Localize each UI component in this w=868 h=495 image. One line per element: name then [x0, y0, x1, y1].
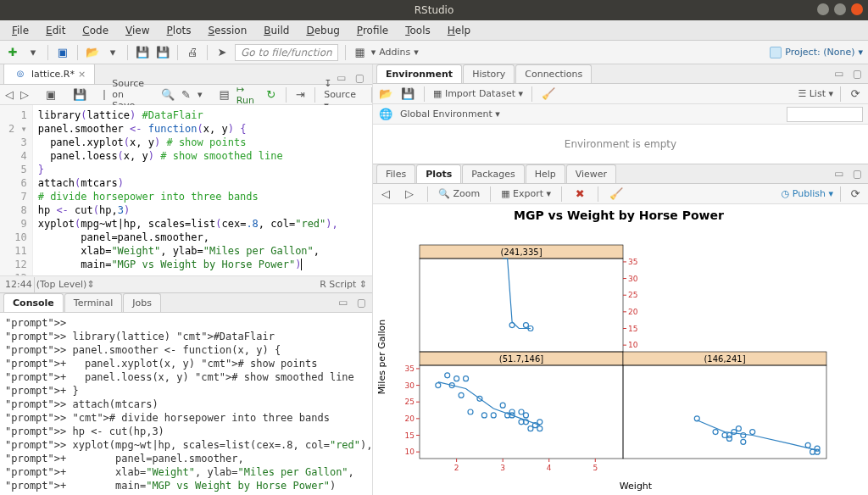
wand-icon[interactable]: ✎ — [181, 87, 191, 103]
broom-icon[interactable]: 🧹 — [541, 86, 556, 102]
tab-console[interactable]: Console — [3, 293, 64, 312]
menu-code[interactable]: Code — [75, 23, 115, 38]
svg-point-19 — [509, 409, 515, 414]
env-scope-menu[interactable]: Global Environment ▾ — [400, 108, 500, 120]
svg-rect-5 — [420, 365, 623, 459]
dropdown-icon[interactable]: ▾ — [105, 45, 120, 60]
tab-packages[interactable]: Packages — [462, 164, 524, 183]
dropdown-icon[interactable]: ▾ — [25, 45, 41, 60]
console-output[interactable]: "prompt">> "prompt">> library(lattice) "… — [0, 313, 372, 495]
remove-plot-icon[interactable]: ✖ — [572, 186, 587, 202]
svg-point-21 — [519, 409, 524, 414]
titlebar: RStudio — [0, 0, 868, 20]
scope-dropdown-icon[interactable]: ⇕ — [86, 279, 94, 290]
menu-plots[interactable]: Plots — [160, 23, 198, 38]
svg-point-15 — [491, 413, 496, 418]
svg-text:20: 20 — [628, 308, 638, 316]
svg-point-38 — [741, 439, 746, 444]
load-icon[interactable]: 📂 — [378, 86, 393, 102]
save-env-icon[interactable]: 💾 — [400, 86, 415, 102]
menu-edit[interactable]: Edit — [39, 23, 72, 38]
env-search-input[interactable] — [787, 107, 863, 122]
back-icon[interactable]: ◁ — [5, 87, 14, 103]
menu-debug[interactable]: Debug — [299, 23, 346, 38]
svg-text:Weight: Weight — [620, 481, 653, 492]
menu-tools[interactable]: Tools — [398, 23, 437, 38]
maximize-pane-icon[interactable]: ▢ — [850, 68, 865, 80]
go-next-icon[interactable]: ⇥ — [295, 87, 307, 103]
open-file-icon[interactable]: 📂 — [85, 45, 100, 60]
maximize-pane-icon[interactable]: ▢ — [354, 297, 369, 309]
show-in-pane-icon[interactable]: ▣ — [46, 87, 56, 103]
refresh-icon[interactable]: ⟳ — [848, 186, 863, 202]
tab-history[interactable]: History — [463, 64, 515, 83]
addins-menu[interactable]: ▦ ▾ Addins ▾ — [353, 45, 419, 60]
svg-text:(146,241]: (146,241] — [704, 354, 745, 364]
globe-icon: 🌐 — [378, 107, 393, 122]
svg-text:(241,335]: (241,335] — [500, 248, 542, 257]
goto-file-input[interactable]: Go to file/function — [235, 44, 338, 61]
forward-icon[interactable]: ▷ — [20, 87, 29, 103]
menu-file[interactable]: File — [5, 23, 36, 38]
save-icon[interactable]: 💾 — [73, 87, 86, 103]
zoom-button[interactable]: 🔍 Zoom — [438, 188, 480, 199]
run-button[interactable]: ↦ Run — [236, 84, 259, 106]
svg-text:20: 20 — [405, 414, 415, 423]
menu-help[interactable]: Help — [441, 23, 477, 38]
svg-text:25: 25 — [628, 291, 637, 299]
window-minimize-icon[interactable] — [817, 3, 829, 15]
publish-menu[interactable]: ◷ Publish ▾ — [782, 188, 833, 199]
maximize-pane-icon[interactable]: ▢ — [850, 168, 865, 180]
svg-point-23 — [523, 413, 528, 418]
window-maximize-icon[interactable] — [834, 3, 846, 15]
save-icon[interactable]: 💾 — [135, 45, 150, 60]
svg-point-10 — [459, 392, 464, 398]
minimize-pane-icon[interactable]: ▭ — [336, 297, 350, 309]
tab-jobs[interactable]: Jobs — [123, 293, 161, 312]
view-list-menu[interactable]: ☰ List ▾ — [798, 88, 833, 99]
save-all-icon[interactable]: 💾 — [155, 45, 170, 60]
minimize-pane-icon[interactable]: ▭ — [832, 68, 846, 80]
goto-icon[interactable]: ➤ — [214, 45, 230, 60]
svg-point-39 — [741, 433, 746, 438]
menu-build[interactable]: Build — [257, 23, 296, 38]
window-close-icon[interactable] — [851, 3, 863, 15]
tab-plots[interactable]: Plots — [416, 164, 461, 183]
svg-text:15: 15 — [628, 325, 637, 333]
close-tab-icon[interactable]: × — [78, 69, 86, 80]
find-icon[interactable]: 🔍 — [161, 87, 175, 103]
notebook-icon[interactable]: ▤ — [220, 87, 230, 103]
print-icon[interactable]: 🖨 — [185, 45, 200, 60]
clear-plots-icon[interactable]: 🧹 — [609, 186, 624, 202]
import-dataset-menu[interactable]: ▦ Import Dataset ▾ — [433, 88, 523, 99]
menu-profile[interactable]: Profile — [350, 23, 395, 38]
next-plot-icon[interactable]: ▷ — [402, 186, 417, 202]
prev-plot-icon[interactable]: ◁ — [378, 186, 393, 202]
new-file-icon[interactable]: ✚ — [5, 45, 20, 60]
minimize-pane-icon[interactable]: ▭ — [832, 168, 846, 180]
project-menu[interactable]: Project: (None) ▾ — [770, 47, 863, 58]
menubar: FileEditCodeViewPlotsSessionBuildDebugPr… — [0, 20, 868, 41]
source-editor[interactable]: 12 ▾345678910111213 library(lattice) #Da… — [0, 105, 372, 275]
svg-point-48 — [509, 323, 515, 328]
svg-point-41 — [805, 442, 810, 448]
tab-files[interactable]: Files — [376, 164, 415, 183]
export-menu[interactable]: ▦ Export ▾ — [501, 188, 551, 199]
tab-help[interactable]: Help — [526, 164, 565, 183]
new-project-icon[interactable]: ▣ — [55, 45, 70, 60]
tab-viewer[interactable]: Viewer — [566, 164, 616, 183]
type-dropdown-icon[interactable]: ⇕ — [359, 279, 367, 290]
svg-point-26 — [537, 426, 542, 431]
menu-session[interactable]: Session — [201, 23, 253, 38]
rerun-icon[interactable]: ↻ — [265, 87, 277, 103]
svg-rect-30 — [623, 365, 826, 459]
tab-terminal[interactable]: Terminal — [64, 293, 123, 312]
tab-environment[interactable]: Environment — [376, 64, 462, 83]
refresh-icon[interactable]: ⟳ — [848, 86, 863, 102]
svg-text:3: 3 — [500, 464, 505, 472]
svg-point-11 — [464, 376, 469, 381]
tab-connections[interactable]: Connections — [515, 64, 592, 83]
menu-view[interactable]: View — [119, 23, 156, 38]
source-tab-lattice[interactable]: ◎ lattice.R* × — [3, 63, 95, 84]
source-on-save-check[interactable] — [103, 90, 105, 100]
